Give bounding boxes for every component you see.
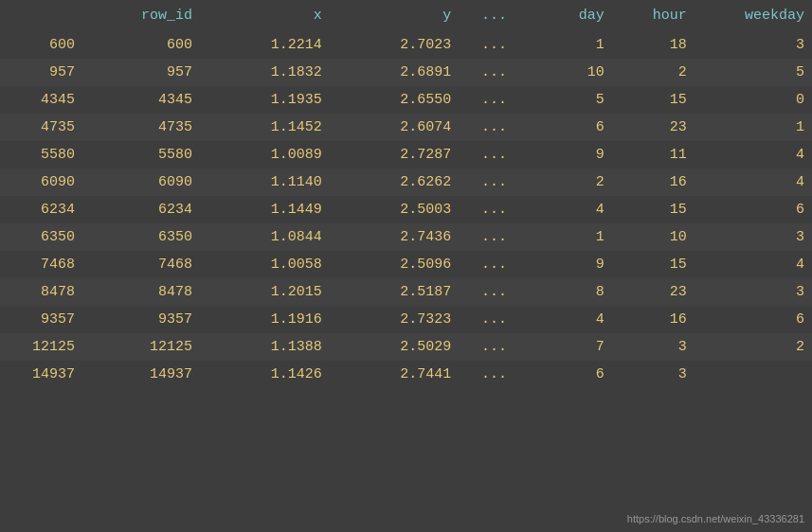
table-row: 635063501.08442.7436...1103 xyxy=(0,223,812,251)
col-header-ellipsis: ... xyxy=(459,0,530,31)
table-row: 609060901.11402.6262...2164 xyxy=(0,168,812,196)
col-header-weekday: weekday xyxy=(695,0,812,31)
data-table: row_id x y ... day hour weekday 6006001.… xyxy=(0,0,812,388)
table-row: 935793571.19162.7323...4166 xyxy=(0,306,812,333)
table-row: 473547351.14522.6074...6231 xyxy=(0,114,812,141)
col-header-x: x xyxy=(200,0,330,31)
col-header-row_id: row_id xyxy=(82,0,200,31)
table-row: 847884781.20152.5187...8233 xyxy=(0,278,812,306)
table-row: 12125121251.13882.5029...732 xyxy=(0,333,812,361)
table-row: 558055801.00892.7287...9114 xyxy=(0,141,812,168)
table-row: 14937149371.14262.7441...63 xyxy=(0,361,812,388)
col-header-index xyxy=(0,0,82,31)
table-row: 9579571.18322.6891...1025 xyxy=(0,59,812,86)
table-row: 623462341.14492.5003...4156 xyxy=(0,196,812,223)
watermark: https://blog.csdn.net/weixin_43336281 xyxy=(627,513,804,524)
table-row: 434543451.19352.6550...5150 xyxy=(0,86,812,114)
table-row: 6006001.22142.7023...1183 xyxy=(0,31,812,59)
table-row: 746874681.00582.5096...9154 xyxy=(0,251,812,278)
col-header-day: day xyxy=(530,0,612,31)
col-header-hour: hour xyxy=(612,0,695,31)
col-header-y: y xyxy=(330,0,460,31)
